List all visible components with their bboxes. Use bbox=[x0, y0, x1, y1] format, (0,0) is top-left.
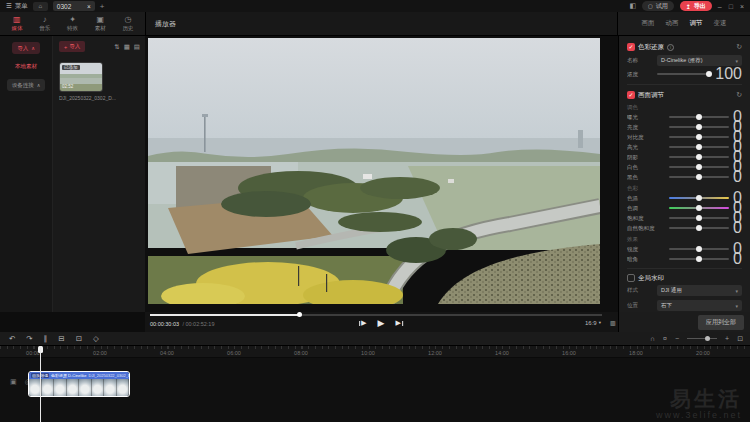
watermark-pos-dropdown[interactable]: 右下 ▾ bbox=[657, 300, 742, 311]
slider-track[interactable] bbox=[669, 116, 729, 118]
color-restore-checkbox[interactable]: ✓ bbox=[627, 43, 635, 51]
ribbon-tab-assets[interactable]: ▣素材 bbox=[86, 15, 114, 32]
slider-knob[interactable] bbox=[696, 124, 702, 130]
slider-track[interactable] bbox=[669, 258, 729, 260]
adjust-checkbox[interactable]: ✓ bbox=[627, 91, 635, 99]
undo-icon[interactable]: ↶ bbox=[9, 334, 15, 343]
inspector-tab-anim[interactable]: 动画 bbox=[666, 19, 679, 28]
adjust-slider-row: 亮度0 bbox=[627, 122, 742, 132]
slider-knob[interactable] bbox=[696, 144, 702, 150]
slider-knob[interactable] bbox=[696, 154, 702, 160]
preview-split-icon[interactable]: ▥ bbox=[610, 319, 616, 326]
adjust-title: 画面调节 bbox=[638, 91, 664, 100]
inspector-tab-picture[interactable]: 画面 bbox=[642, 19, 655, 28]
rail-item-local[interactable]: 本地素材 bbox=[15, 63, 37, 70]
slider-track[interactable] bbox=[669, 176, 729, 178]
intensity-slider[interactable] bbox=[657, 73, 711, 75]
slider-knob[interactable] bbox=[696, 195, 702, 201]
slider-track[interactable] bbox=[669, 126, 729, 128]
new-tab-button[interactable]: + bbox=[100, 2, 105, 11]
zoom-in-icon[interactable]: + bbox=[725, 335, 729, 342]
playhead[interactable] bbox=[37, 346, 44, 422]
home-button[interactable]: ⌂ bbox=[33, 2, 48, 11]
ribbon-tab-effects[interactable]: ✦特效 bbox=[59, 15, 87, 32]
slider-track[interactable] bbox=[669, 156, 729, 158]
slider-track[interactable] bbox=[669, 166, 729, 168]
inspector-panel: ✓ 色彩还原 i ↻ 名称 D-Cinelike (推荐) ▾ 浓度 100 ✓… bbox=[618, 36, 750, 312]
export-button[interactable]: ↥ 导出 bbox=[680, 1, 712, 11]
watermark-style-dropdown[interactable]: DJI 通用 ▾ bbox=[657, 285, 742, 296]
media-card[interactable]: 已添加 02:52 DJI_20250322_0302_D... bbox=[59, 62, 119, 101]
import-button[interactable]: + 导入 bbox=[59, 41, 85, 52]
layout-icon[interactable]: ◧ bbox=[629, 2, 636, 10]
slider-knob[interactable] bbox=[696, 225, 702, 231]
maximize-button[interactable]: □ bbox=[729, 3, 733, 10]
slider-label: 黑色 bbox=[627, 174, 665, 181]
info-icon[interactable]: i bbox=[667, 44, 674, 51]
slider-knob[interactable] bbox=[696, 256, 702, 262]
project-tab[interactable]: 0302 × bbox=[53, 1, 95, 11]
slider-track[interactable] bbox=[669, 217, 729, 219]
prev-frame-button[interactable]: ◀ bbox=[359, 319, 366, 327]
slider-track[interactable] bbox=[669, 146, 729, 148]
inspector-tab-speed[interactable]: 变速 bbox=[714, 19, 727, 28]
next-frame-button[interactable]: ▶ bbox=[395, 319, 402, 327]
ratio-selector[interactable]: 16:9 ▾ bbox=[585, 320, 601, 326]
ribbon-tab-history[interactable]: ◷历史 bbox=[114, 15, 142, 32]
magnet-icon[interactable]: ∩ bbox=[650, 335, 655, 342]
sort-icon[interactable]: ⇅ bbox=[114, 43, 119, 51]
ribbon-tab-music[interactable]: ♪音乐 bbox=[31, 15, 59, 32]
timeline-zoom-slider[interactable] bbox=[687, 338, 717, 339]
watermark-checkbox[interactable] bbox=[627, 274, 635, 282]
snap-icon[interactable]: ¤ bbox=[663, 335, 667, 342]
media-thumbnail[interactable]: 已添加 02:52 bbox=[59, 62, 103, 92]
crop-icon[interactable]: ⊡ bbox=[76, 334, 82, 343]
reset-icon[interactable]: ↻ bbox=[736, 91, 742, 99]
slider-knob[interactable] bbox=[696, 114, 702, 120]
slider-knob[interactable] bbox=[696, 134, 702, 140]
trim-icon[interactable]: ⊟ bbox=[58, 334, 64, 343]
zoom-out-icon[interactable]: − bbox=[675, 335, 679, 342]
slider-knob[interactable] bbox=[696, 205, 702, 211]
keyframe-icon[interactable]: ◇ bbox=[93, 334, 99, 343]
split-icon[interactable]: ∥ bbox=[44, 334, 48, 343]
slider-knob[interactable] bbox=[696, 174, 702, 180]
slider-track[interactable] bbox=[669, 197, 729, 199]
adjust-slider-row: 自然饱和度0 bbox=[627, 223, 742, 233]
trial-button[interactable]: ▢ 试用 bbox=[642, 1, 674, 11]
close-button[interactable]: × bbox=[740, 3, 744, 10]
apply-all-button[interactable]: 应用到全部 bbox=[698, 315, 744, 330]
fit-timeline-icon[interactable]: ⊡ bbox=[737, 335, 743, 343]
play-button[interactable]: ▶ bbox=[378, 318, 385, 328]
slider-track[interactable] bbox=[669, 136, 729, 138]
tab-close-icon[interactable]: × bbox=[87, 3, 91, 10]
rail-item-device[interactable]: 设备连接∧ bbox=[7, 79, 46, 91]
grid-view-icon[interactable]: ▦ bbox=[124, 43, 130, 51]
slider-track[interactable] bbox=[669, 207, 729, 209]
slider-track[interactable] bbox=[669, 227, 729, 229]
reset-icon[interactable]: ↻ bbox=[736, 43, 742, 51]
video-frame[interactable] bbox=[148, 38, 600, 304]
inspector-tab-adjust[interactable]: 调节 bbox=[690, 19, 703, 28]
slider-track[interactable] bbox=[669, 248, 729, 250]
zoom-slider-knob[interactable] bbox=[705, 336, 710, 341]
list-view-icon[interactable]: ▤ bbox=[134, 43, 140, 51]
rail-item-import[interactable]: 导入∧ bbox=[12, 42, 40, 54]
export-label: 导出 bbox=[694, 2, 706, 11]
slider-knob[interactable] bbox=[696, 215, 702, 221]
redo-icon[interactable]: ↷ bbox=[26, 334, 32, 343]
preview-progress-bar[interactable] bbox=[150, 314, 602, 316]
adjust-groups: 调色曝光0亮度0对比度0高光0阴影0白色0黑色0色彩色温0色调0饱和度0自然饱和… bbox=[627, 102, 742, 264]
slider-knob[interactable] bbox=[696, 246, 702, 252]
slider-knob[interactable] bbox=[696, 164, 702, 170]
profile-value: D-Cinelike (推荐) bbox=[661, 57, 703, 64]
minimize-button[interactable]: – bbox=[718, 3, 722, 10]
ribbon-tab-media[interactable]: ▥媒体 bbox=[3, 15, 31, 32]
ribbon-tab-label: 媒体 bbox=[11, 25, 22, 32]
slider-knob[interactable] bbox=[706, 71, 712, 77]
track-cover-icon[interactable]: ▣ bbox=[10, 378, 17, 386]
timeline-ruler[interactable]: 00:0002:0004:0006:0008:0010:0012:0014:00… bbox=[0, 346, 750, 358]
slider-label: 高光 bbox=[627, 144, 665, 151]
menu-button[interactable]: ☰ 菜单 bbox=[6, 2, 28, 11]
progress-knob[interactable] bbox=[297, 312, 302, 317]
